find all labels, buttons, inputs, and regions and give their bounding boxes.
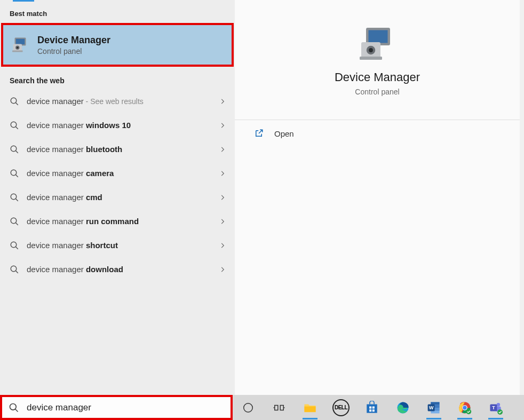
chevron-right-icon xyxy=(219,242,226,249)
active-scope-indicator xyxy=(13,0,34,2)
search-icon xyxy=(10,97,19,106)
taskbar: DELL W xyxy=(233,395,524,420)
web-result-row[interactable]: device manager shortcut xyxy=(0,233,235,257)
search-icon xyxy=(10,193,19,202)
edge-icon[interactable] xyxy=(394,399,412,417)
svg-point-26 xyxy=(369,48,373,52)
cortana-icon[interactable] xyxy=(239,399,257,417)
svg-rect-5 xyxy=(12,51,23,52)
svg-point-6 xyxy=(11,98,17,104)
web-result-text: device manager download xyxy=(27,265,219,274)
svg-point-8 xyxy=(11,122,17,128)
web-result-prefix: device manager xyxy=(27,193,86,202)
svg-rect-39 xyxy=(369,409,371,411)
result-detail-panel: Device Manager Control panel Open xyxy=(235,0,520,395)
svg-rect-37 xyxy=(369,406,371,408)
web-result-prefix: device manager xyxy=(27,97,84,106)
detail-subtitle: Control panel xyxy=(235,88,520,96)
web-result-text: device manager - See web results xyxy=(27,97,219,106)
store-icon[interactable] xyxy=(363,399,381,417)
open-label: Open xyxy=(274,129,294,138)
svg-line-15 xyxy=(15,199,18,201)
chevron-right-icon xyxy=(219,170,226,177)
open-icon xyxy=(254,129,264,138)
web-result-text: device manager run command xyxy=(27,217,219,226)
svg-rect-38 xyxy=(372,406,375,408)
search-icon xyxy=(10,217,19,226)
svg-rect-35 xyxy=(304,406,315,412)
svg-point-30 xyxy=(244,403,253,412)
web-result-text: device manager cmd xyxy=(27,193,219,202)
svg-line-29 xyxy=(15,409,18,411)
web-result-row[interactable]: device manager bluetooth xyxy=(0,137,235,161)
svg-line-13 xyxy=(15,175,18,177)
svg-line-19 xyxy=(15,247,18,249)
svg-line-21 xyxy=(15,271,18,273)
chevron-right-icon xyxy=(219,98,226,105)
svg-text:W: W xyxy=(429,405,434,410)
word-icon[interactable]: W xyxy=(425,399,443,417)
web-result-bold: cmd xyxy=(86,193,102,202)
web-result-bold: windows 10 xyxy=(86,121,131,130)
web-result-text: device manager bluetooth xyxy=(27,145,219,154)
web-result-prefix: device manager xyxy=(27,265,86,274)
svg-line-17 xyxy=(15,223,18,225)
svg-rect-36 xyxy=(367,404,377,413)
search-icon xyxy=(9,402,19,413)
web-result-bold: bluetooth xyxy=(86,145,122,154)
chrome-icon[interactable] xyxy=(456,399,474,417)
web-result-row[interactable]: device manager download xyxy=(0,257,235,281)
web-result-bold: download xyxy=(86,265,123,274)
teams-icon[interactable]: T xyxy=(487,399,505,417)
svg-point-50 xyxy=(463,406,466,409)
svg-point-16 xyxy=(11,218,17,224)
taskbar-search-box[interactable] xyxy=(0,395,233,420)
dell-logo: DELL xyxy=(332,399,350,416)
search-icon xyxy=(10,145,19,154)
svg-text:T: T xyxy=(492,405,495,410)
dell-icon[interactable]: DELL xyxy=(332,399,350,417)
svg-rect-27 xyxy=(360,57,382,60)
web-result-prefix: device manager xyxy=(27,217,86,226)
best-match-result[interactable]: Device Manager Control panel xyxy=(1,23,234,67)
web-result-text: device manager windows 10 xyxy=(27,121,219,130)
svg-point-14 xyxy=(11,194,17,200)
task-view-icon[interactable] xyxy=(270,399,288,417)
web-result-text: device manager shortcut xyxy=(27,241,219,250)
web-result-prefix: device manager xyxy=(27,241,86,250)
svg-point-4 xyxy=(17,46,19,49)
search-web-header: Search the web xyxy=(0,67,235,89)
best-match-text: Device Manager Control panel xyxy=(37,35,110,56)
web-result-row[interactable]: device manager cmd xyxy=(0,185,235,209)
chevron-right-icon xyxy=(219,218,226,225)
svg-line-7 xyxy=(15,102,18,105)
chevron-right-icon xyxy=(219,194,226,201)
chevron-right-icon xyxy=(219,266,226,273)
best-match-title: Device Manager xyxy=(37,35,110,46)
file-explorer-icon[interactable] xyxy=(301,399,319,417)
svg-line-11 xyxy=(15,150,18,153)
web-result-row[interactable]: device manager - See web results xyxy=(0,89,235,113)
svg-point-18 xyxy=(11,242,17,248)
web-result-prefix: device manager xyxy=(27,121,86,130)
device-manager-icon xyxy=(11,35,30,54)
svg-line-9 xyxy=(15,126,18,129)
best-match-header: Best match xyxy=(0,2,235,23)
web-result-row[interactable]: device manager run command xyxy=(0,209,235,233)
web-result-row[interactable]: device manager windows 10 xyxy=(0,113,235,137)
open-action[interactable]: Open xyxy=(235,120,520,147)
svg-rect-40 xyxy=(372,409,375,411)
chevron-right-icon xyxy=(219,146,226,153)
device-manager-icon xyxy=(358,25,396,63)
detail-icon-container xyxy=(235,0,520,63)
search-input[interactable] xyxy=(27,402,219,413)
web-result-row[interactable]: device manager camera xyxy=(0,161,235,185)
svg-rect-1 xyxy=(16,39,25,45)
search-results-panel: Best match Device Manager Control panel … xyxy=(0,0,235,395)
svg-rect-32 xyxy=(280,405,283,410)
svg-point-52 xyxy=(497,403,501,407)
web-result-bold: run command xyxy=(86,217,139,226)
svg-rect-23 xyxy=(369,30,388,43)
svg-point-20 xyxy=(11,266,17,272)
best-match-subtitle: Control panel xyxy=(37,47,110,56)
